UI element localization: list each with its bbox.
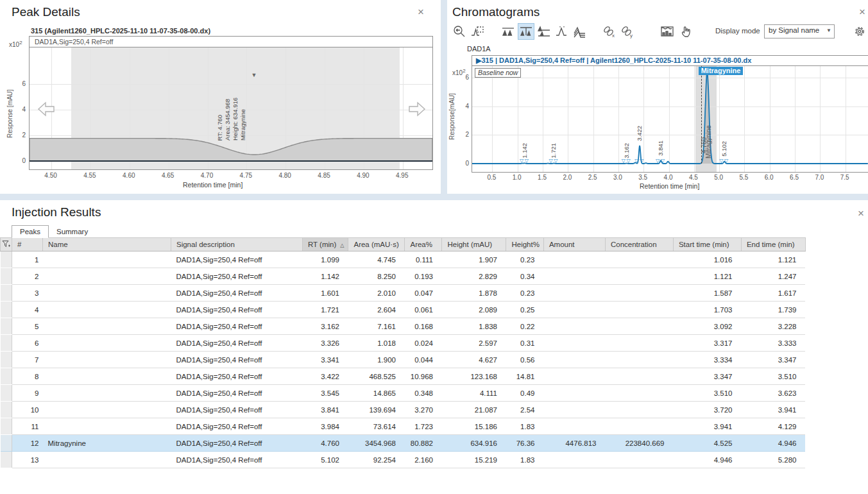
cell: 3.941 bbox=[673, 418, 741, 435]
column-header-area-mau-s-[interactable]: Area (mAU·s) bbox=[348, 238, 405, 251]
close-icon[interactable]: × bbox=[859, 8, 865, 17]
cell: 3.941 bbox=[741, 402, 805, 418]
column-header-area-[interactable]: Area% bbox=[405, 238, 442, 251]
row-selector[interactable] bbox=[1, 318, 12, 335]
peak-labels-mode-icon[interactable] bbox=[554, 23, 570, 40]
cell: 3454.968 bbox=[348, 435, 405, 452]
close-icon[interactable]: × bbox=[858, 209, 864, 218]
settings-gear-icon[interactable] bbox=[851, 23, 868, 40]
cell: 0.024 bbox=[405, 335, 442, 352]
cell: 3.317 bbox=[673, 335, 741, 352]
cell: 3.720 bbox=[673, 402, 741, 418]
column-header-start-time-min-[interactable]: Start time (min) bbox=[673, 238, 741, 251]
cell: 1.121 bbox=[741, 251, 805, 268]
row-selector[interactable] bbox=[1, 335, 12, 352]
cell: 3.326 bbox=[303, 335, 348, 352]
cell bbox=[43, 318, 171, 335]
zoom-region-icon[interactable] bbox=[469, 23, 486, 40]
table-row[interactable]: 4DAD1A,Sig=250,4 Ref=off1.7212.6040.0612… bbox=[1, 302, 806, 318]
y-tick-label: 2 bbox=[456, 131, 469, 138]
row-selector[interactable] bbox=[1, 418, 12, 435]
previous-peak-arrow[interactable] bbox=[36, 100, 58, 118]
table-row[interactable]: 8DAD1A,Sig=250,4 Ref=off3.422468.52510.9… bbox=[1, 368, 806, 385]
cell bbox=[43, 285, 171, 302]
display-mode-select[interactable]: by Signal name ▼ bbox=[764, 24, 835, 38]
column-header-name[interactable]: Name bbox=[43, 238, 171, 251]
row-selector[interactable] bbox=[1, 402, 12, 418]
cell: DAD1A,Sig=250,4 Ref=off bbox=[171, 368, 303, 385]
peak-boundary-marker: ▽ bbox=[549, 158, 552, 164]
chromatogram-plot-area[interactable]: Baseline now 1.142▽▽1.721▽▽3.162▽▽3.422▽… bbox=[472, 66, 868, 172]
table-row[interactable]: 1DAD1A,Sig=250,4 Ref=off1.0994.7450.1111… bbox=[1, 251, 806, 268]
trace-header[interactable]: ▶315 | DAD1A,Sig=250,4 Ref=off | Agilent… bbox=[472, 56, 868, 66]
column-header-end-time-min-[interactable]: End time (min) bbox=[741, 238, 805, 251]
table-row[interactable]: 11DAD1A,Sig=250,4 Ref=off3.98473.6141.72… bbox=[1, 418, 806, 435]
x-tick-label: 4.5 bbox=[682, 174, 705, 181]
peak-boundary-marker: ▽ bbox=[661, 158, 665, 164]
cell: 0.23 bbox=[506, 251, 543, 268]
stacked-mode-icon[interactable] bbox=[536, 23, 552, 40]
x-tick-label: 7.0 bbox=[808, 174, 831, 181]
table-row[interactable]: 10DAD1A,Sig=250,4 Ref=off3.841139.6943.2… bbox=[1, 402, 806, 418]
row-selector[interactable] bbox=[1, 352, 12, 368]
cell bbox=[43, 385, 171, 402]
cell: 7.161 bbox=[348, 318, 405, 335]
table-row[interactable]: 5DAD1A,Sig=250,4 Ref=off3.1627.1610.1681… bbox=[1, 318, 806, 335]
link-y-axis-icon[interactable]: y bbox=[619, 23, 636, 40]
table-row[interactable]: 9DAD1A,Sig=250,4 Ref=off3.54514.8650.348… bbox=[1, 385, 806, 402]
row-selector[interactable] bbox=[1, 302, 12, 318]
peak-rt-label: 3.162 bbox=[623, 143, 630, 158]
column-header-rt-min-[interactable]: RT (min)△ bbox=[303, 238, 348, 251]
peak-details-plot-area[interactable]: ▼RT: 4.760Area: 3454.968Height: 634.916M… bbox=[30, 47, 432, 169]
peak-boundary-marker: ▽ bbox=[520, 158, 523, 164]
column-header-height-mau-[interactable]: Height (mAU) bbox=[442, 238, 506, 251]
baseline-display-icon[interactable] bbox=[659, 23, 676, 40]
x-tick-label: 4.55 bbox=[78, 172, 101, 179]
cell bbox=[605, 285, 673, 302]
svg-text:y: y bbox=[630, 33, 633, 38]
manual-hand-icon[interactable] bbox=[678, 23, 695, 40]
cell: DAD1A,Sig=250,4 Ref=off bbox=[171, 418, 303, 435]
cell bbox=[43, 251, 171, 268]
overlaid-signals-mode-icon[interactable] bbox=[572, 23, 588, 40]
peak-boundary-marker: ▽ bbox=[554, 158, 557, 164]
cell: 4.946 bbox=[741, 435, 805, 452]
tab-peaks[interactable]: Peaks bbox=[12, 225, 49, 238]
cell: 0.168 bbox=[405, 318, 442, 335]
table-row[interactable]: 3DAD1A,Sig=250,4 Ref=off1.6012.0100.0471… bbox=[1, 285, 806, 302]
tab-summary[interactable]: Summary bbox=[49, 226, 96, 237]
close-icon[interactable]: × bbox=[418, 8, 424, 17]
cell: 1.018 bbox=[348, 335, 405, 352]
table-row[interactable]: 12MitragynineDAD1A,Sig=250,4 Ref=off4.76… bbox=[1, 435, 806, 452]
table-row[interactable]: 13DAD1A,Sig=250,4 Ref=off5.10292.2542.16… bbox=[1, 452, 806, 468]
cell: 5 bbox=[12, 318, 43, 335]
cell: 80.882 bbox=[405, 435, 442, 452]
row-selector[interactable] bbox=[1, 452, 12, 468]
column-header-height-[interactable]: Height% bbox=[506, 238, 543, 251]
cell: 0.348 bbox=[405, 385, 442, 402]
column-header-signal-description[interactable]: Signal description bbox=[171, 238, 303, 251]
row-selector[interactable] bbox=[1, 368, 12, 385]
cell: 5.102 bbox=[303, 452, 348, 468]
cell: 1.878 bbox=[442, 285, 506, 302]
table-row[interactable]: 7DAD1A,Sig=250,4 Ref=off3.3411.9000.0444… bbox=[1, 352, 806, 368]
row-selector[interactable] bbox=[1, 251, 12, 268]
row-selector[interactable] bbox=[1, 385, 12, 402]
column-header-amount[interactable]: Amount bbox=[543, 238, 605, 251]
cell bbox=[43, 418, 171, 435]
row-selector[interactable] bbox=[1, 268, 12, 285]
next-peak-arrow[interactable] bbox=[405, 100, 427, 118]
filter-icon[interactable] bbox=[1, 238, 12, 251]
table-row[interactable]: 6DAD1A,Sig=250,4 Ref=off3.3261.0180.0242… bbox=[1, 335, 806, 352]
link-x-axis-icon[interactable]: x bbox=[601, 23, 618, 40]
row-selector[interactable] bbox=[1, 435, 12, 452]
cell: 3.092 bbox=[673, 318, 741, 335]
table-row[interactable]: 2DAD1A,Sig=250,4 Ref=off1.1428.2500.1932… bbox=[1, 268, 806, 285]
overlay-mode-icon[interactable] bbox=[500, 23, 516, 40]
cell: 1.900 bbox=[348, 352, 405, 368]
column-header--[interactable]: # bbox=[12, 238, 43, 251]
column-header-concentration[interactable]: Concentration bbox=[605, 238, 673, 251]
zoom-out-icon[interactable] bbox=[451, 23, 468, 40]
row-selector[interactable] bbox=[1, 285, 12, 302]
separate-mode-icon[interactable] bbox=[518, 23, 534, 40]
